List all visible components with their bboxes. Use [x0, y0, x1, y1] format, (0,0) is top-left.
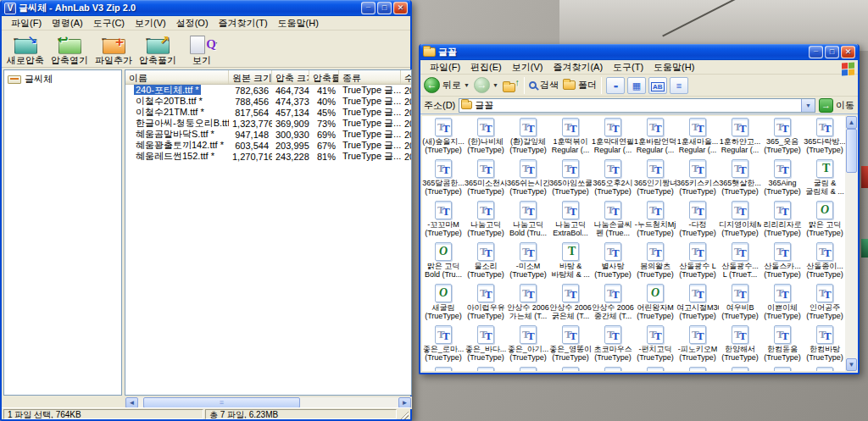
font-item[interactable]: -미소M (TrueType) — [507, 242, 549, 284]
scrollbar-track[interactable] — [845, 129, 858, 358]
column-header-ratio[interactable]: 압축률 — [309, 70, 339, 84]
font-item[interactable]: 여고시절M30 (TrueType) — [676, 284, 719, 325]
file-name[interactable]: 240-포티체.ttf * — [134, 85, 201, 95]
toolbar-button[interactable]: ▾ 보기 — [181, 33, 222, 69]
toolbar-button[interactable]: ▾ 파일추가 — [93, 33, 134, 69]
font-item[interactable]: 굴림 & 굴림체 & ... — [804, 159, 846, 201]
font-item[interactable]: 아이럽우유 (TrueType) — [465, 284, 507, 325]
font-item[interactable]: 여우비B (TrueType) — [719, 284, 761, 325]
font-item[interactable]: 좋은_바다... (TrueType) — [465, 325, 507, 367]
font-item[interactable]: 초코마우스 (TrueType) — [592, 325, 634, 367]
menu-item[interactable]: 즐겨찾기(T) — [214, 15, 273, 31]
font-item[interactable]: 나눔고딕 Bold (Tru... — [507, 201, 549, 242]
maximize-button[interactable] — [377, 2, 392, 14]
font-item[interactable]: 365다락방... (TrueType) — [804, 118, 846, 159]
font-item[interactable]: (새)숲을지... (TrueType) — [422, 118, 465, 159]
address-input[interactable]: 글꼴 ▼ — [459, 98, 815, 113]
menu-item[interactable]: 도움말(H) — [648, 59, 699, 75]
view-mode-button[interactable] — [670, 77, 688, 94]
font-item[interactable]: -다정 (TrueType) — [676, 201, 719, 242]
font-item[interactable]: 어린왕자M (TrueType) — [634, 284, 676, 325]
font-item[interactable]: 안상수 2006 굵은체 (T... — [549, 284, 592, 325]
forward-dropdown-icon[interactable]: ▼ — [492, 82, 498, 88]
font-item[interactable]: -펀치고딕 (TrueType) — [634, 325, 676, 367]
font-item[interactable]: 1훈막대연필 Regular (... — [592, 118, 634, 159]
scroll-down-arrow[interactable]: ▼ — [846, 358, 857, 371]
font-item[interactable]: 별사탕 (TrueType) — [592, 242, 634, 284]
font-item[interactable]: 365햇살한... (TrueType) — [719, 159, 761, 201]
font-item[interactable] — [719, 367, 761, 371]
close-button[interactable] — [841, 46, 855, 58]
forward-button[interactable]: → ▼ — [474, 77, 498, 93]
font-item[interactable] — [804, 367, 846, 371]
font-item[interactable]: 한컴돋움 (TrueType) — [761, 325, 804, 367]
menu-item[interactable]: 보기(V) — [130, 15, 171, 31]
search-button[interactable]: 검색 — [529, 79, 559, 91]
column-header-name[interactable]: 이름 — [125, 70, 229, 84]
menu-item[interactable]: 설정(O) — [171, 15, 214, 31]
font-item[interactable]: 365키스키스 (TrueType) — [676, 159, 719, 201]
font-item[interactable]: 365달콤한... (TrueType) — [422, 159, 465, 201]
column-header-original-size[interactable]: 원본 크기 — [229, 70, 272, 84]
toolbar-button[interactable]: ▾ 새로압축 — [5, 33, 46, 69]
font-item[interactable]: 365쉬는시간 (TrueType) — [507, 159, 549, 201]
font-item[interactable]: 맑은 고딕 Bold (Tru... — [422, 242, 465, 284]
font-item[interactable]: 1훈하얀고... Regular (... — [719, 118, 761, 159]
view-mode-button[interactable] — [606, 77, 625, 94]
menu-item[interactable]: 파일(F) — [425, 59, 465, 75]
menu-item[interactable]: 보기(V) — [507, 59, 548, 75]
font-item[interactable]: (한)나비체 (TrueType) — [465, 118, 507, 159]
view-mode-button[interactable] — [627, 77, 646, 94]
tree-item-root[interactable]: 글씨체 — [4, 70, 121, 87]
font-item[interactable]: 산돌종이... (TrueType) — [804, 242, 846, 284]
font-item[interactable]: 1훈떡볶이 Regular (... — [549, 118, 592, 159]
folders-button[interactable]: 폴더 — [563, 79, 597, 91]
font-item[interactable]: 1훈바람언덕 Regular (... — [634, 118, 676, 159]
font-item[interactable] — [507, 367, 549, 371]
font-item[interactable]: 이쁜이체 (TrueType) — [761, 284, 804, 325]
font-item[interactable]: 바탕 & 바탕체 & ... — [549, 242, 592, 284]
font-item[interactable] — [634, 367, 676, 371]
column-header-date[interactable]: 수 — [401, 70, 412, 84]
up-button[interactable] — [503, 79, 520, 92]
v3zip-titlebar[interactable]: 글씨체 - AhnLab V3 Zip 2.0 — [2, 0, 410, 16]
go-button[interactable]: → 이동 — [819, 98, 854, 113]
font-item[interactable]: 365_웃음 (TrueType) — [761, 118, 804, 159]
vertical-scrollbar[interactable]: ▲ ▼ — [845, 116, 858, 371]
scroll-up-arrow[interactable]: ▲ — [846, 116, 857, 129]
font-item[interactable] — [592, 367, 634, 371]
explorer-titlebar[interactable]: 글꼴 — [420, 44, 858, 60]
font-item[interactable]: 인어공주 (TrueType) — [804, 284, 846, 325]
file-name[interactable]: 혜움꽝출토끼142.ttf * — [134, 140, 225, 150]
resize-grip[interactable] — [398, 409, 409, 419]
font-item[interactable] — [676, 367, 719, 371]
close-button[interactable] — [393, 2, 408, 14]
maximize-button[interactable] — [825, 46, 839, 58]
file-name[interactable]: 혜움레드썬152.ttf * — [134, 151, 216, 161]
font-item[interactable]: 디지영이체M (TrueType) — [719, 201, 761, 242]
file-name[interactable]: 혜움곰말바닥S.ttf * — [134, 129, 216, 139]
toolbar-button[interactable]: ▾ 압축풀기 — [137, 33, 178, 69]
menu-item[interactable]: 도구(C) — [88, 15, 130, 31]
font-item[interactable]: 좋은_아기... (TrueType) — [507, 325, 549, 367]
file-name[interactable]: 한글아씨-청둥오리B.ttf * — [134, 118, 229, 128]
font-item[interactable]: 맑은 고딕 (TrueType) — [804, 201, 846, 242]
font-item[interactable]: 나눔고딕 (TrueType) — [465, 201, 507, 242]
font-item[interactable]: -피노키오M (TrueType) — [676, 325, 719, 367]
font-item[interactable]: 365미소천사 (TrueType) — [465, 159, 507, 201]
menu-item[interactable]: 명령(A) — [47, 15, 88, 31]
column-header-compressed-size[interactable]: 압축 크기 — [272, 70, 309, 84]
font-item[interactable]: 물소리 (TrueType) — [465, 242, 507, 284]
font-item[interactable]: -누드첨치Mj (TrueType) — [634, 201, 676, 242]
font-item[interactable]: 안상수 2006 중간체 (T... — [592, 284, 634, 325]
font-item[interactable]: 365아임쏘쿨 (TrueType) — [549, 159, 592, 201]
font-item[interactable]: (환)갈잎체 (TrueType) — [507, 118, 549, 159]
back-dropdown-icon[interactable]: ▼ — [464, 82, 470, 88]
font-item[interactable]: 새굴림 (TrueType) — [422, 284, 465, 325]
font-item[interactable]: 한양해서 (TrueType) — [719, 325, 761, 367]
font-item[interactable]: 안상수 2006 가는체 (T... — [507, 284, 549, 325]
font-item[interactable] — [465, 367, 507, 371]
minimize-button[interactable] — [361, 2, 376, 14]
font-item[interactable]: 리리리자로 (TrueType) — [761, 201, 804, 242]
menu-item[interactable]: 즐겨찾기(A) — [548, 59, 608, 75]
